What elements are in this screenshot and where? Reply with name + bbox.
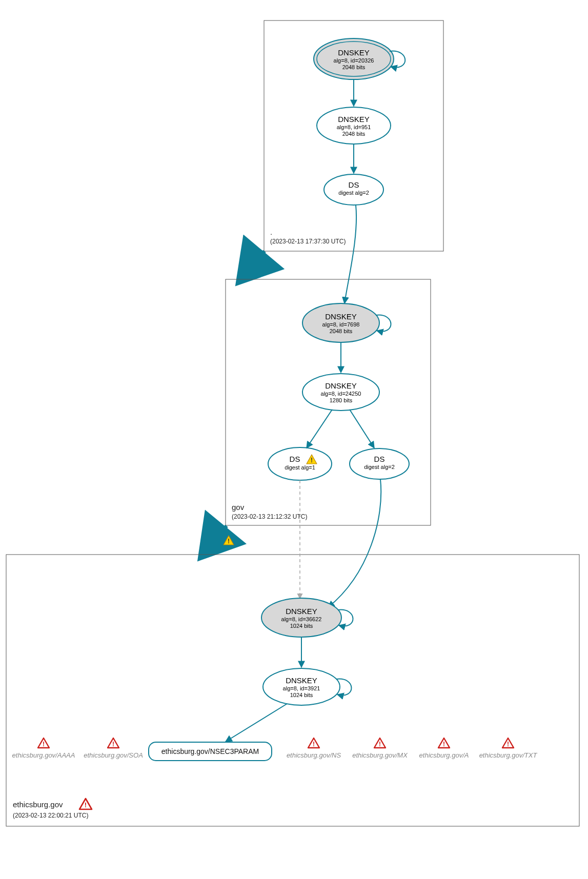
gov-zsk-l2: 1280 bits bbox=[330, 397, 353, 403]
edge-gov-to-ethicsburg-deleg bbox=[203, 526, 227, 555]
root-ksk-l2: 2048 bits bbox=[342, 64, 366, 70]
zone-gov-time: (2023-02-13 21:12:32 UTC) bbox=[232, 513, 307, 520]
root-zsk-title: DNSKEY bbox=[338, 115, 370, 124]
edge-root-to-gov-deleg bbox=[241, 251, 265, 279]
root-zsk-l1: alg=8, id=951 bbox=[337, 124, 371, 130]
root-ds-l1: digest alg=2 bbox=[338, 190, 369, 196]
zone-root-label: . bbox=[270, 228, 272, 236]
gov-zsk-l1: alg=8, id=24250 bbox=[321, 391, 361, 397]
rr-txt: ! ethicsburg.gov/TXT bbox=[479, 738, 538, 759]
error-icon: ! bbox=[374, 738, 386, 748]
root-ksk-l1: alg=8, id=20326 bbox=[334, 57, 374, 64]
error-icon: ! bbox=[438, 738, 450, 748]
edge-rootds-to-govksk bbox=[344, 205, 356, 303]
gov-ds2-title: DS bbox=[374, 455, 385, 463]
eth-ksk-l2: 1024 bits bbox=[290, 623, 313, 629]
rr-aaaa: ! ethicsburg.gov/AAAA bbox=[12, 738, 75, 759]
svg-text:!: ! bbox=[313, 741, 315, 748]
gov-ds1-l1: digest alg=1 bbox=[285, 464, 315, 471]
gov-ksk-l2: 2048 bits bbox=[330, 328, 353, 334]
node-gov-dnskey-zsk: DNSKEY alg=8, id=24250 1280 bits bbox=[302, 374, 379, 411]
error-icon: ! bbox=[38, 738, 49, 748]
svg-text:!: ! bbox=[43, 741, 45, 748]
dnssec-graph: DNSKEY alg=8, id=20326 2048 bits DNSKEY … bbox=[0, 0, 588, 879]
node-eth-dnskey-ksk: DNSKEY alg=8, id=36622 1024 bits bbox=[261, 598, 341, 637]
svg-text:!: ! bbox=[443, 741, 445, 748]
rr-txt-label: ethicsburg.gov/TXT bbox=[479, 751, 538, 759]
node-eth-dnskey-zsk: DNSKEY alg=8, id=3921 1024 bits bbox=[263, 668, 340, 705]
edge-govds2-to-ethksk bbox=[328, 479, 381, 607]
edge-gov-zsk-to-ds1 bbox=[307, 410, 332, 448]
error-icon: ! bbox=[502, 738, 514, 748]
eth-zsk-l1: alg=8, id=3921 bbox=[283, 685, 320, 691]
error-icon: ! bbox=[79, 799, 92, 809]
zone-root-time: (2023-02-13 17:37:30 UTC) bbox=[270, 238, 346, 245]
warning-icon: ! bbox=[224, 536, 234, 545]
rr-soa: ! ethicsburg.gov/SOA bbox=[84, 738, 143, 759]
rr-a-label: ethicsburg.gov/A bbox=[419, 751, 469, 759]
svg-text:!: ! bbox=[112, 741, 114, 748]
svg-text:!: ! bbox=[311, 457, 313, 464]
node-gov-ds1: DS digest alg=1 ! bbox=[268, 447, 332, 480]
rr-ns-label: ethicsburg.gov/NS bbox=[287, 751, 341, 759]
node-eth-nsec3param: ethicsburg.gov/NSEC3PARAM bbox=[149, 742, 272, 761]
gov-ksk-l1: alg=8, id=7698 bbox=[322, 321, 360, 328]
zone-gov-label: gov bbox=[232, 503, 245, 512]
gov-zsk-title: DNSKEY bbox=[325, 381, 357, 390]
gov-ksk-title: DNSKEY bbox=[325, 312, 357, 321]
svg-text:!: ! bbox=[228, 538, 230, 545]
node-gov-dnskey-ksk: DNSKEY alg=8, id=7698 2048 bits bbox=[302, 303, 379, 342]
node-root-dnskey-zsk: DNSKEY alg=8, id=951 2048 bits bbox=[317, 107, 391, 144]
edge-eth-zsk-to-nsec3 bbox=[226, 704, 287, 742]
rr-mx-label: ethicsburg.gov/MX bbox=[352, 751, 408, 759]
root-ksk-title: DNSKEY bbox=[338, 48, 370, 57]
error-icon: ! bbox=[108, 738, 119, 748]
eth-zsk-l2: 1024 bits bbox=[290, 692, 313, 698]
eth-ksk-l1: alg=8, id=36622 bbox=[281, 616, 322, 622]
eth-ksk-title: DNSKEY bbox=[286, 607, 317, 616]
rr-mx: ! ethicsburg.gov/MX bbox=[352, 738, 408, 759]
svg-text:!: ! bbox=[507, 741, 509, 748]
rr-ns: ! ethicsburg.gov/NS bbox=[287, 738, 341, 759]
svg-point-6 bbox=[268, 447, 332, 480]
rr-a: ! ethicsburg.gov/A bbox=[419, 738, 469, 759]
node-root-dnskey-ksk: DNSKEY alg=8, id=20326 2048 bits bbox=[314, 38, 394, 79]
eth-zsk-title: DNSKEY bbox=[286, 676, 317, 685]
error-icon: ! bbox=[308, 738, 319, 748]
node-root-ds: DS digest alg=2 bbox=[324, 174, 383, 205]
gov-ds2-l1: digest alg=2 bbox=[364, 464, 395, 470]
edge-gov-zsk-to-ds2 bbox=[350, 410, 374, 448]
node-gov-ds2: DS digest alg=2 bbox=[350, 448, 409, 479]
rr-soa-label: ethicsburg.gov/SOA bbox=[84, 751, 143, 759]
rr-aaaa-label: ethicsburg.gov/AAAA bbox=[12, 751, 75, 759]
eth-nsec3-label: ethicsburg.gov/NSEC3PARAM bbox=[161, 747, 259, 755]
gov-ds1-title: DS bbox=[290, 455, 300, 463]
svg-text:!: ! bbox=[85, 801, 87, 809]
zone-eth-time: (2023-02-13 22:00:21 UTC) bbox=[13, 812, 88, 819]
svg-text:!: ! bbox=[379, 741, 381, 748]
root-ds-title: DS bbox=[349, 180, 359, 189]
zone-eth-label: ethicsburg.gov bbox=[13, 800, 63, 809]
root-zsk-l2: 2048 bits bbox=[342, 131, 366, 137]
